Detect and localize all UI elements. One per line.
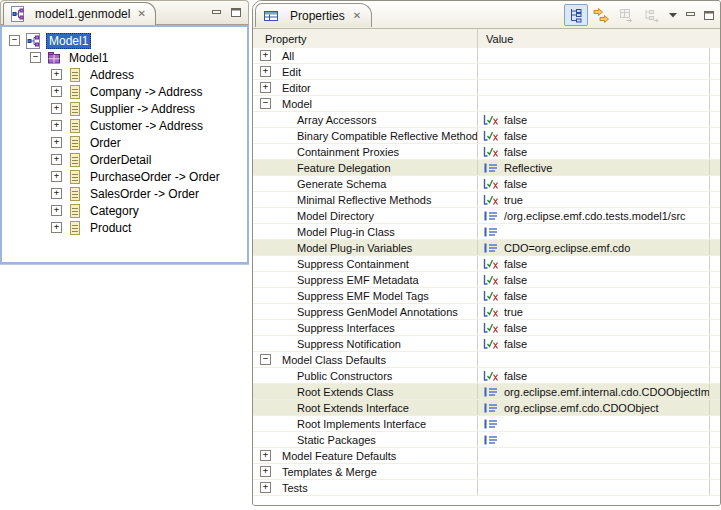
expand-icon[interactable]: + (51, 69, 62, 80)
collapse-icon[interactable]: − (9, 35, 20, 46)
expand-icon[interactable]: + (260, 482, 271, 493)
property-value: false (504, 130, 527, 142)
property-row[interactable]: Model Plug-in Class (253, 224, 720, 240)
set-value-icon (643, 7, 659, 23)
genmodel-editor-content: −Model1−Model1+Address+Company -> Addres… (0, 25, 249, 264)
expand-icon[interactable]: + (260, 50, 271, 61)
expand-icon[interactable]: + (260, 66, 271, 77)
close-icon[interactable]: ✕ (353, 11, 361, 21)
property-label: All (282, 50, 294, 62)
minimize-button[interactable] (682, 4, 699, 26)
text-property-icon (483, 386, 499, 398)
property-row[interactable]: Suppress EMF Model Tagsfalse (253, 288, 720, 304)
minimize-button[interactable] (210, 6, 224, 19)
boolean-property-icon (483, 322, 499, 334)
tree-item[interactable]: +OrderDetail (2, 151, 247, 168)
collapse-icon[interactable]: − (260, 98, 271, 109)
property-row[interactable]: Generate Schemafalse (253, 176, 720, 192)
property-row[interactable]: Root Extends Interfaceorg.eclipse.emf.cd… (253, 400, 720, 416)
property-row[interactable]: +Edit (253, 64, 720, 80)
property-row[interactable]: Feature DelegationReflective (253, 160, 720, 176)
tree-item[interactable]: +Order (2, 134, 247, 151)
property-row[interactable]: Minimal Reflective Methodstrue (253, 192, 720, 208)
property-row[interactable]: Model Directory/org.eclipse.emf.cdo.test… (253, 208, 720, 224)
property-name-cell: Static Packages (253, 432, 478, 447)
property-row[interactable]: Root Extends Classorg.eclipse.emf.intern… (253, 384, 720, 400)
class-icon (67, 84, 83, 100)
expand-icon[interactable]: + (51, 103, 62, 114)
tree-item-label: Company -> Address (88, 85, 204, 99)
property-row[interactable]: Suppress Containmentfalse (253, 256, 720, 272)
expand-icon[interactable]: + (51, 171, 62, 182)
property-row[interactable]: Suppress GenModel Annotationstrue (253, 304, 720, 320)
tree-item[interactable]: +Address (2, 66, 247, 83)
maximize-button[interactable] (700, 4, 717, 26)
tree-item[interactable]: +PurchaseOrder -> Order (2, 168, 247, 185)
expand-icon[interactable]: + (51, 205, 62, 216)
restore-default-value-button[interactable] (614, 4, 638, 26)
tab-model1-genmodel[interactable]: model1.genmodel ✕ (3, 2, 156, 25)
property-row[interactable]: Model Plug-in VariablesCDO=org.eclipse.e… (253, 240, 720, 256)
close-icon[interactable]: ✕ (137, 9, 145, 19)
property-value: true (504, 194, 523, 206)
row-filler (710, 224, 720, 239)
property-value-cell: /org.eclipse.emf.cdo.tests.model1/src (478, 208, 710, 223)
collapse-icon[interactable]: − (30, 52, 41, 63)
expand-icon[interactable]: + (260, 450, 271, 461)
set-value-button[interactable] (639, 4, 663, 26)
expand-icon[interactable]: + (51, 120, 62, 131)
show-categories-button[interactable] (564, 4, 588, 26)
tree-item-label: Product (88, 221, 133, 235)
expand-icon[interactable]: + (260, 82, 271, 93)
tree-item[interactable]: +Company -> Address (2, 83, 247, 100)
property-row[interactable]: +All (253, 48, 720, 64)
class-icon (67, 203, 83, 219)
tree-item[interactable]: +Supplier -> Address (2, 100, 247, 117)
tree-item[interactable]: −Model1 (2, 49, 247, 66)
row-filler (710, 96, 720, 111)
expand-icon[interactable]: + (51, 222, 62, 233)
maximize-button[interactable] (229, 6, 243, 19)
genmodel-editor-panel: model1.genmodel ✕ −Model1−Model1+Address… (0, 0, 249, 264)
expand-icon[interactable]: + (51, 154, 62, 165)
text-property-icon (483, 162, 499, 174)
property-label: Suppress Interfaces (297, 322, 395, 334)
show-advanced-properties-button[interactable] (589, 4, 613, 26)
property-row[interactable]: Root Implements Interface (253, 416, 720, 432)
expand-icon[interactable]: + (51, 86, 62, 97)
property-row[interactable]: −Model (253, 96, 720, 112)
property-row[interactable]: Containment Proxiesfalse (253, 144, 720, 160)
collapse-icon[interactable]: − (260, 354, 271, 365)
property-name-cell: Public Constructors (253, 368, 478, 383)
property-label: Generate Schema (297, 178, 386, 190)
expand-icon[interactable]: + (51, 137, 62, 148)
property-row[interactable]: +Templates & Merge (253, 464, 720, 480)
property-name-cell: Array Accessors (253, 112, 478, 127)
property-row[interactable]: Suppress Notificationfalse (253, 336, 720, 352)
boolean-property-icon (483, 178, 499, 190)
tree-item[interactable]: −Model1 (2, 32, 247, 49)
column-header-property[interactable]: Property (253, 29, 478, 48)
property-row[interactable]: Static Packages (253, 432, 720, 448)
view-menu-button[interactable] (664, 4, 681, 26)
property-row[interactable]: +Tests (253, 480, 720, 496)
property-row[interactable]: Binary Compatible Reflective Methodsfals… (253, 128, 720, 144)
property-row[interactable]: Public Constructorsfalse (253, 368, 720, 384)
property-row[interactable]: Suppress Interfacesfalse (253, 320, 720, 336)
property-value-cell (478, 64, 710, 79)
tree-item[interactable]: +Category (2, 202, 247, 219)
maximize-icon (703, 10, 715, 21)
property-row[interactable]: −Model Class Defaults (253, 352, 720, 368)
tree-item[interactable]: +Customer -> Address (2, 117, 247, 134)
tree-item[interactable]: +Product (2, 219, 247, 236)
property-row[interactable]: +Editor (253, 80, 720, 96)
property-value-cell (478, 224, 710, 239)
column-header-value[interactable]: Value (478, 29, 720, 48)
tab-properties[interactable]: Properties ✕ (255, 3, 372, 27)
property-row[interactable]: Array Accessorsfalse (253, 112, 720, 128)
expand-icon[interactable]: + (260, 466, 271, 477)
expand-icon[interactable]: + (51, 188, 62, 199)
tree-item[interactable]: +SalesOrder -> Order (2, 185, 247, 202)
property-row[interactable]: +Model Feature Defaults (253, 448, 720, 464)
property-row[interactable]: Suppress EMF Metadatafalse (253, 272, 720, 288)
